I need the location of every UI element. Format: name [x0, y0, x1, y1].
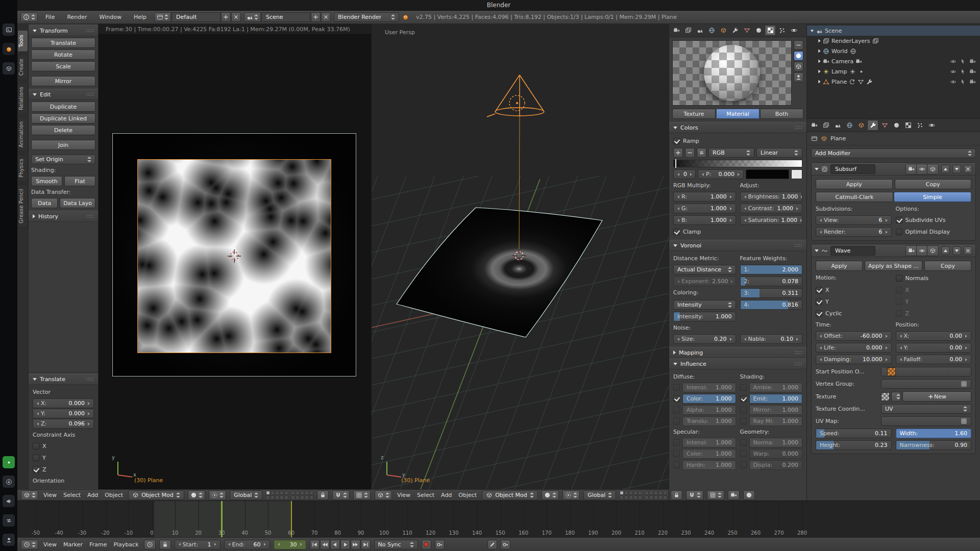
wave-button-0[interactable]: Apply	[816, 261, 863, 271]
position-field[interactable]: Y:0.00	[896, 343, 972, 353]
frame-start-field[interactable]: Start:1	[175, 540, 220, 549]
tab-world-icon[interactable]	[706, 25, 717, 36]
tab-wrench-icon[interactable]	[729, 25, 741, 36]
vp-mid-snap-element-dropdown[interactable]	[707, 490, 724, 500]
add-ramp-stop-button[interactable]	[673, 148, 683, 158]
download-tray[interactable]	[3, 475, 15, 488]
browse-screens-button[interactable]	[154, 12, 171, 22]
layer-cell[interactable]	[638, 495, 642, 499]
expander-icon[interactable]	[818, 49, 820, 53]
voronoi-panel[interactable]: Voronoi	[669, 240, 806, 251]
expander-icon[interactable]	[815, 249, 819, 252]
outliner-row-camera[interactable]: Camera	[807, 56, 980, 66]
normals-x-checkbox-box[interactable]	[896, 287, 902, 293]
terminal-launcher[interactable]	[3, 23, 15, 36]
shelf-button-duplicate-linked[interactable]: Duplicate Linked	[31, 113, 95, 123]
influence-slider[interactable]: Intensi:1.000	[682, 438, 736, 447]
layer-cell[interactable]	[654, 495, 658, 499]
layer-cell[interactable]	[284, 495, 288, 499]
influence-slider[interactable]: Displa:0.200	[749, 460, 803, 470]
tab-texture-icon[interactable]	[765, 25, 776, 36]
shelf-tab-animation[interactable]: Animation	[17, 117, 28, 152]
frame-end-field[interactable]: End:60	[224, 540, 270, 549]
influence-slider[interactable]: Intensi:1.000	[682, 383, 736, 392]
viewport-user-persp[interactable]: User Persp (30) Plane zy	[371, 24, 669, 489]
timeline-menu-marker[interactable]: Marker	[62, 541, 84, 548]
vp-mid-menu-select[interactable]: Select	[415, 492, 436, 498]
jump-to-end-button[interactable]	[361, 540, 371, 549]
influence-checkbox[interactable]	[673, 395, 680, 402]
shelf-tab-relations[interactable]: Relations	[17, 82, 28, 115]
preview-flat-button[interactable]	[794, 40, 803, 50]
current-frame-field[interactable]: 30	[274, 540, 306, 549]
layer-cell[interactable]	[271, 491, 275, 495]
menu-file[interactable]: File	[41, 11, 59, 24]
network-tray[interactable]	[3, 514, 15, 527]
intensity-field[interactable]: Intensity:1.000	[673, 312, 736, 321]
vp-left-lock-button[interactable]	[317, 490, 329, 500]
tab-data-icon[interactable]	[741, 25, 752, 36]
rgb-field[interactable]: G:1.000	[673, 204, 736, 213]
sync-dropdown[interactable]: No Sync	[374, 540, 418, 549]
selectable-toggle-icon[interactable]	[960, 68, 966, 75]
keying-set-button[interactable]	[435, 540, 445, 549]
layer-cell[interactable]	[658, 495, 663, 499]
layer-cell[interactable]	[300, 491, 304, 495]
layer-cell[interactable]	[658, 491, 663, 495]
menu-help[interactable]: Help	[129, 11, 151, 24]
outliner-row-lamp[interactable]: Lamp	[807, 66, 980, 77]
tab-material-icon[interactable]	[753, 25, 764, 36]
shelf-button-delete[interactable]: Delete	[31, 125, 95, 135]
start-position-object-field[interactable]	[881, 367, 971, 377]
layer-cell[interactable]	[624, 495, 628, 499]
expander-icon[interactable]	[673, 127, 677, 129]
texture-browse-thumb[interactable]	[881, 392, 890, 401]
influence-slider[interactable]: Alpha:1.000	[682, 405, 736, 415]
layer-cell[interactable]	[638, 491, 642, 495]
shelf-button-scale[interactable]: Scale	[31, 61, 95, 71]
nabla-field[interactable]: Nabla:0.10	[740, 334, 803, 344]
adjust-field[interactable]: Brightness:1.000	[740, 192, 803, 202]
adjust-field[interactable]: Saturation:1.000	[740, 215, 803, 225]
influence-slider[interactable]: Norma:1.000	[749, 438, 803, 447]
subsurf-editmode-toggle[interactable]	[927, 164, 938, 174]
preview-sphere-button[interactable]	[794, 51, 803, 61]
influence-checkbox[interactable]	[740, 462, 747, 468]
blender-app-launcher[interactable]	[3, 43, 15, 55]
add-modifier-dropdown[interactable]: Add Modifier	[811, 148, 976, 158]
expander-icon[interactable]	[33, 93, 37, 96]
expander-icon[interactable]	[673, 350, 676, 355]
timeline-menu-playback[interactable]: Playback	[112, 541, 140, 548]
wave-move-up-button[interactable]	[941, 246, 950, 255]
influence-checkbox[interactable]	[673, 418, 680, 424]
layer-cell[interactable]	[305, 491, 309, 495]
layer-cell[interactable]	[291, 491, 295, 495]
weight-2[interactable]: 2:0.078	[740, 277, 803, 286]
tab-renderlayers-icon[interactable]	[820, 120, 831, 131]
normals-z-checkbox-box[interactable]	[896, 310, 902, 317]
ramp-stop-marker[interactable]	[675, 159, 676, 168]
layer-cell[interactable]	[296, 495, 300, 499]
layer-cell[interactable]	[266, 495, 270, 499]
influence-checkbox[interactable]	[740, 407, 747, 413]
vp-left-orientation-dropdown[interactable]: Global	[230, 490, 262, 500]
layer-cell[interactable]	[633, 495, 638, 499]
shelf-button-data[interactable]: Data	[31, 198, 58, 208]
shelf-button-smooth[interactable]: Smooth	[31, 176, 62, 186]
ramp-alpha-swatch[interactable]	[791, 169, 802, 179]
coloring-dropdown[interactable]: Intensity	[673, 300, 736, 310]
shelf-button-translate[interactable]: Translate	[31, 38, 95, 48]
influence-slider[interactable]: Ray Mi:1.000	[749, 416, 803, 426]
tab-object-icon[interactable]	[718, 25, 729, 36]
vp-left-pivot-dropdown[interactable]	[209, 490, 226, 500]
next-keyframe-button[interactable]	[351, 540, 360, 549]
layer-cell[interactable]	[266, 491, 270, 495]
timeline-menu-frame[interactable]: Frame	[88, 541, 108, 548]
new-texture-button[interactable]: New	[902, 391, 971, 402]
expander-icon[interactable]	[815, 168, 819, 170]
shelf-panel-history[interactable]: History	[29, 211, 98, 222]
play-reverse-button[interactable]	[330, 540, 340, 549]
vp-left-menu-select[interactable]: Select	[62, 492, 82, 498]
layer-cell[interactable]	[645, 495, 649, 499]
wave-slider[interactable]: Height:0.23	[816, 440, 892, 450]
